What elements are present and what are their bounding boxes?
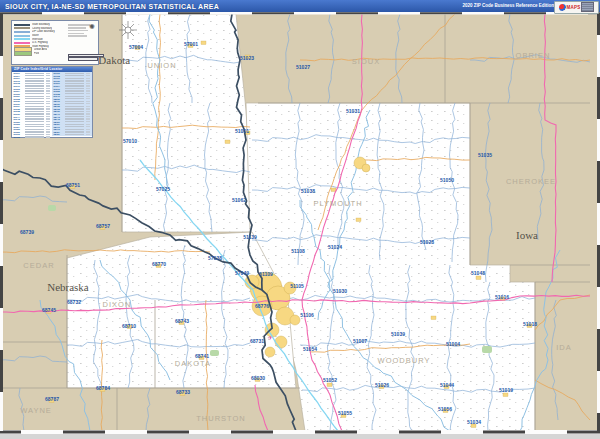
county-label: OBRIEN [516,51,551,60]
compass-rose-icon: ✺ [89,23,95,30]
zip-label: 68776 [255,303,269,309]
zip-index-table: 5100151004510075101651018510195102351024… [12,72,92,138]
zip-label: 57001 [184,41,198,47]
legend-item: Park [14,52,66,56]
zip-label: 68770 [152,261,166,267]
zip-label: 51035 [478,152,492,158]
zip-label: 51018 [523,321,537,327]
publisher-logo: MAPS [554,1,599,14]
zip-label: 51048 [471,270,485,276]
zip-label: 51055 [338,410,352,416]
park-area [482,346,492,353]
legend-symbol [14,51,32,56]
publisher-badge [581,2,594,12]
county-label: UNION [147,61,176,70]
legend-symbol [14,42,30,44]
legend-label: County Boundary [32,27,52,30]
title-bar: SIOUX CITY, IA-NE-SD METROPOLITAN STATIS… [0,0,600,12]
urban-area [275,336,287,348]
zip-label: 51019 [499,387,513,393]
zip-label: 51016 [495,294,509,300]
zip-label: 68741 [195,353,209,359]
zip-label: 68745 [42,307,56,313]
page-edge [0,434,600,439]
zip-label: 68743 [175,318,189,324]
town-marker [201,41,206,45]
zip-label: 68757 [96,223,110,229]
zip-label: 57038 [208,255,222,261]
zip-label: 68787 [45,396,59,402]
county-label: DIXON [103,300,132,309]
zip-index-row: 68787 [52,133,92,136]
town-marker [331,188,336,192]
legend-symbol [14,24,30,26]
town-marker [225,140,230,144]
zip-label: 51026 [375,382,389,388]
zip-label: 51034 [467,419,481,425]
edition-label: 2020 ZIP Code Business Reference Edition [463,3,554,8]
zip-label: 51062 [232,197,246,203]
zip-label: 57010 [123,138,137,144]
county-label: CHEROKEE [506,177,556,186]
zip-index-panel: ZIP Code Index/Grid Locator 510015100451… [11,66,93,138]
urban-area [362,164,370,172]
legend-label: U.S. Highway [32,41,48,44]
map-page: ✈UNIONSIOUXOBRIENAYCHEROKEEPLYMOUTHCEDAR… [0,0,600,439]
legend-label: Urban Area [34,48,47,51]
zip-label: 57049 [235,270,249,276]
legend-label: Interstate [32,38,43,41]
legend-items: State BoundaryCounty BoundaryZIP Code Bo… [14,23,66,62]
zip-label: 51028 [420,239,434,245]
zip-label: 57004 [129,44,143,50]
town-marker [503,393,508,397]
zip-label: 51001 [235,128,249,134]
urban-area [265,347,275,357]
county-label: PLYMOUTH [313,199,362,208]
town-marker [431,316,436,320]
state-label: Iowa [516,229,538,241]
county-label: IDA [556,343,572,352]
zip-label: 51050 [440,177,454,183]
zip-label: 51038 [301,188,315,194]
zip-label: 68732 [67,299,81,305]
zip-label: 51023 [240,55,254,61]
county-label: SIOUX [352,57,380,66]
zip-label: 57025 [156,186,170,192]
town-marker [476,276,481,280]
zip-label: 68733 [176,389,190,395]
zip-label: 51027 [296,64,310,70]
zip-label: 68751 [66,182,80,188]
town-marker [327,383,332,387]
county-label: CEDAR [23,261,54,270]
zip-label: 51105 [290,283,304,289]
legend-symbol [14,35,30,37]
scale-bar-km [68,57,98,61]
zip-label: 51039 [391,331,405,337]
state-label: Nebraska [47,281,89,293]
zip-label: 51030 [333,288,347,294]
legend-label: Water [32,34,39,37]
zip-label: 51109 [259,271,273,277]
legend-label: Park [34,52,39,55]
zip-label: 51031 [346,108,360,114]
zip-label: 51139 [243,234,257,240]
zip-label: 51024 [328,244,342,250]
legend-label: State Highway [32,45,49,48]
zip-label: 68731 [250,338,264,344]
legend-symbol [14,27,30,29]
zip-label: 68710 [122,323,136,329]
zip-index-row: 51105 [12,136,52,139]
map-legend: State BoundaryCounty BoundaryZIP Code Bo… [11,20,99,65]
airport-icon: ✈ [267,335,272,341]
county-label: DAKOTA [175,359,211,368]
legend-population-scale: ✺ [66,23,96,62]
zip-label: 51004 [446,341,460,347]
county-label: WAYNE [20,406,52,415]
zip-label: 51056 [438,406,452,412]
zip-label: 68784 [96,385,110,391]
county-label: THURSTON [196,414,246,423]
legend-label: ZIP Code Boundary [32,30,55,33]
zip-label: 68030 [251,375,265,381]
legend-symbol [14,38,30,40]
zip-label: 51044 [440,382,454,388]
